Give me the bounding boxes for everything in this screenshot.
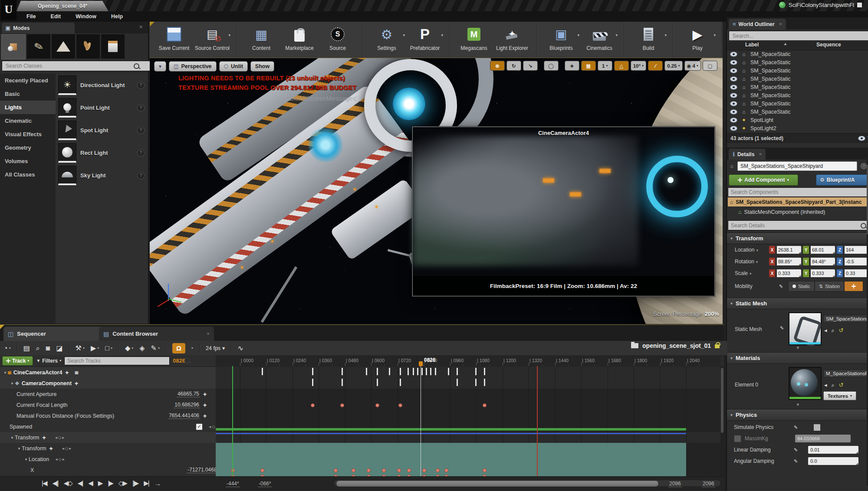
key-navigation[interactable]: ◂◇▸ [49, 457, 72, 462]
save-current-button[interactable]: Save Current [155, 25, 193, 51]
reset-icon[interactable]: ✎ [794, 447, 798, 453]
column-sequence[interactable]: Sequence [816, 42, 841, 48]
eye-icon[interactable] [730, 85, 737, 90]
track-timeline-row[interactable] [216, 465, 720, 476]
snap-toggle-button[interactable]: Ω [172, 343, 185, 354]
close-icon[interactable]: ✕ [759, 152, 762, 157]
track-row-location[interactable]: ▾Location◂◇▸ [0, 454, 239, 465]
fps-dropdown[interactable]: 24 fps▾ [206, 345, 225, 351]
track-value-field[interactable]: 7654.441406 [168, 412, 200, 419]
reset-icon[interactable]: ✎ [779, 284, 783, 289]
eye-icon[interactable] [730, 101, 737, 106]
help-icon[interactable]: ? [137, 172, 145, 179]
camera-speed-button[interactable]: ◉ 4▾ [684, 61, 701, 71]
rotation-z-field[interactable]: -0.5 [845, 258, 868, 265]
rotation-x-field[interactable]: 88.85° [777, 258, 801, 265]
angular-damping-field[interactable]: 0.0 [808, 457, 858, 465]
play-button[interactable]: ▾Play [678, 25, 717, 51]
light-item-sky-light[interactable]: Sky Light? [56, 164, 148, 187]
material-thumbnail[interactable] [789, 367, 822, 400]
mobility-static-button[interactable]: Static [788, 281, 815, 291]
use-selected-icon[interactable]: ◂ [824, 382, 827, 389]
blueprint-button[interactable]: ⚙ Blueprint/A [816, 174, 868, 186]
mode-tab-foliage[interactable] [76, 34, 100, 59]
eye-icon[interactable] [730, 52, 737, 57]
outliner-search-input[interactable] [729, 31, 868, 41]
mode-tab-paint[interactable]: ✎ [27, 34, 50, 59]
eye-icon[interactable] [730, 76, 737, 82]
location-z-field[interactable]: 164 [845, 246, 868, 254]
add-key-button[interactable]: + [62, 369, 72, 376]
range-start-field[interactable]: -444* [226, 481, 240, 487]
cinematics-button[interactable]: ▾Cinematics [580, 25, 618, 51]
static-mesh-thumbnail[interactable] [789, 312, 822, 345]
play-button[interactable]: ▶ [98, 479, 102, 487]
save-sequence-button[interactable]: ▤ [23, 344, 30, 352]
track-row-x[interactable]: X-71271.046875◂◇▸ [0, 465, 246, 476]
eye-icon[interactable] [730, 118, 737, 123]
world-local-toggle[interactable]: ◯ [544, 61, 559, 71]
blueprints-button[interactable]: ▾Blueprints [542, 25, 580, 51]
tracks-scrollbar[interactable] [720, 366, 724, 476]
folder-icon[interactable] [631, 343, 638, 348]
tab-content-browser[interactable]: ▤ Content Browser ✕ [99, 327, 214, 341]
jump-to-end-button[interactable]: ▶| [144, 479, 148, 487]
track-timeline-row[interactable] [216, 421, 720, 432]
previous-key-button[interactable]: ◀◇ [64, 479, 72, 487]
light-item-directional-light[interactable]: ☀Directional Light? [56, 74, 148, 96]
mode-category-volumes[interactable]: Volumes [0, 154, 56, 168]
shot-name[interactable]: opening_scene_sjot_01 [642, 342, 711, 349]
add-key-button[interactable]: + [72, 380, 81, 387]
mode-category-basic[interactable]: Basic [0, 87, 56, 101]
reset-icon[interactable]: ✎ [794, 458, 798, 464]
track-row-cinecameraactor4[interactable]: ▾◙CineCameraActor4+◙ [0, 367, 218, 378]
static-mesh-section-header[interactable]: ▾ Static Mesh [727, 298, 868, 309]
track-timeline-row[interactable] [216, 432, 720, 443]
mass-override-checkbox[interactable] [734, 435, 741, 442]
track-timeline-row[interactable] [216, 443, 720, 454]
range-end-field[interactable]: 2096 [668, 481, 682, 487]
search-tracks-input[interactable] [64, 357, 170, 365]
outliner-row-sm-spacestatic[interactable]: ⌂SM_SpaceStatic [727, 66, 868, 75]
mode-tab-landscape[interactable] [52, 34, 75, 59]
reset-asset-icon[interactable]: ↺ [839, 327, 844, 334]
key-navigation[interactable]: ◂◇▸ [56, 446, 79, 451]
prefabricator-button[interactable]: ▾Prefabricator [406, 25, 444, 51]
window-control-icon[interactable] [857, 3, 862, 7]
outliner-row-sm-spacestatic[interactable]: ⌂SM_SpaceStatic [727, 108, 868, 116]
step-forward-button[interactable]: |▶ [108, 479, 112, 487]
scale-z-field[interactable]: 0.33 [845, 269, 868, 277]
mode-category-visual-effects[interactable]: Visual Effects [0, 128, 56, 141]
eye-icon[interactable] [730, 93, 737, 98]
track-timeline-row[interactable] [216, 454, 720, 465]
find-in-browser-button[interactable]: ⌕ [36, 344, 40, 352]
location-y-field[interactable]: 68.01 [811, 246, 835, 254]
track-row-current-focal-length[interactable]: Current Focal Length10.686296+◂◇▸ [0, 399, 232, 411]
simulate-physics-checkbox[interactable] [813, 424, 821, 431]
light-item-point-light[interactable]: Point Light? [56, 96, 148, 119]
auto-key-button[interactable]: ◈ [139, 344, 145, 352]
sequencer-options-button[interactable]: ◔▾ [3, 344, 11, 352]
use-selected-icon[interactable]: ◂ [824, 327, 827, 334]
surface-snap-button[interactable]: ∗ [565, 61, 579, 71]
track-row-transform[interactable]: ▾Transform+◂◇▸ [0, 432, 225, 443]
outliner-row-sm-spacestatic[interactable]: ⌂SM_SpaceStatic [727, 99, 868, 108]
track-value-field[interactable]: 46865.75 [177, 391, 200, 397]
help-icon[interactable]: ? [137, 127, 145, 134]
linear-damping-field[interactable]: 0.01 [808, 446, 858, 454]
close-icon[interactable]: ✕ [139, 24, 143, 30]
add-key-button[interactable]: + [46, 445, 56, 452]
transform-section-header[interactable]: ▾ Transform [727, 232, 868, 244]
eye-icon[interactable] [730, 109, 737, 115]
jump-to-start-button[interactable]: |◀ [42, 479, 46, 487]
mode-tab-place[interactable] [1, 34, 26, 59]
browse-icon[interactable]: ⌕ [832, 327, 835, 334]
move-tool-button[interactable]: ⊕ [490, 61, 505, 71]
material-asset-label[interactable]: M_SpaceStationsP [823, 370, 868, 377]
materials-section-header[interactable]: ▾ Materials [727, 352, 868, 364]
scale-x-field[interactable]: 0.333 [777, 269, 801, 277]
view-mode-button[interactable]: ⬡Unlit [219, 61, 248, 72]
close-icon[interactable]: ✕ [207, 331, 210, 336]
step-back-button[interactable]: ◀| [78, 479, 82, 487]
outliner-row-sm-spacestatic[interactable]: ⌂SM_SpaceStatic [727, 91, 868, 99]
